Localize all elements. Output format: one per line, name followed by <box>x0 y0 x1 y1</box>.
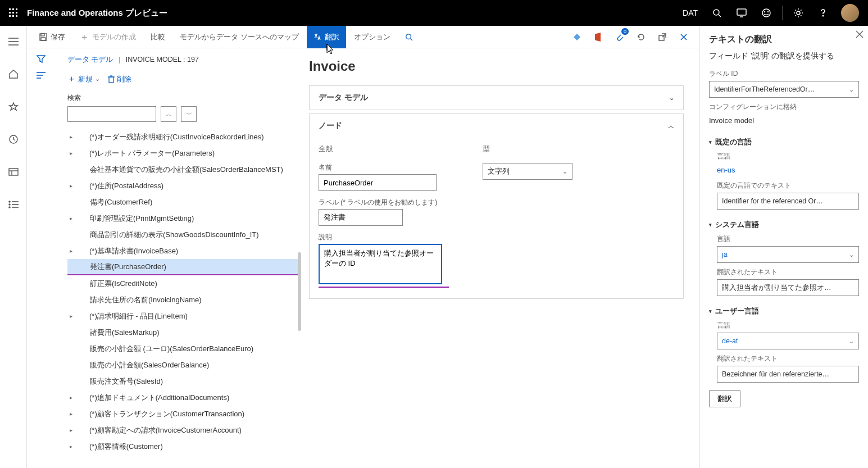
workspace-icon[interactable] <box>2 161 25 183</box>
toolbar-search-icon[interactable] <box>398 26 420 48</box>
attachment-icon[interactable]: 0 <box>610 26 630 48</box>
tree-item[interactable]: 販売の小計金額 (ユーロ)(SalesOrderBalanceEuro) <box>67 340 300 357</box>
map-model-button[interactable]: モデルからデータ ソースへのマップ <box>173 26 306 48</box>
create-model-label: モデルの作成 <box>92 32 136 42</box>
trans-text-system[interactable]: 購入担当者が割り当てた参照オ… <box>717 279 859 296</box>
home-icon[interactable] <box>2 63 25 85</box>
delete-button[interactable]: 削除 <box>108 74 131 84</box>
search-up-button[interactable]: ︿ <box>161 106 176 122</box>
svg-line-10 <box>719 15 721 17</box>
tree-item[interactable]: 請求先住所の名前(InvoicingName) <box>67 292 300 308</box>
svg-point-13 <box>762 9 770 17</box>
tree-item[interactable]: (*)顧客トランザクション(CustomerTransaction) <box>67 406 300 422</box>
tree-item[interactable]: 販売注文番号(SalesId) <box>67 373 300 389</box>
avatar[interactable] <box>841 4 859 22</box>
smile-icon[interactable] <box>755 0 778 26</box>
filter-icon[interactable] <box>37 55 46 63</box>
tree-item[interactable]: 備考(CustomerRef) <box>67 194 300 210</box>
waffle-menu[interactable] <box>4 4 22 22</box>
page-title: Invoice <box>309 58 684 74</box>
star-icon[interactable] <box>2 96 25 118</box>
tree-item-label: 会社基本通貨での販売の小計金額(SalesOrderBalanceMST) <box>90 165 283 175</box>
section-user-lang[interactable]: ユーザー言語 <box>709 306 859 316</box>
popout-icon[interactable] <box>652 26 672 48</box>
create-model-button[interactable]: ＋ モデルの作成 <box>73 26 143 48</box>
search-icon[interactable] <box>706 0 728 26</box>
tree-item-label: 備考(CustomerRef) <box>90 197 152 207</box>
clock-icon[interactable] <box>2 128 25 151</box>
tree-item[interactable]: (*)顧客勘定への請求(InvoiceCustomerAccount) <box>67 422 300 438</box>
section-default-lang[interactable]: 既定の言語 <box>709 137 859 147</box>
section-system-lang[interactable]: システム言語 <box>709 220 859 230</box>
tree-item[interactable]: (*)レポート パラメーター(Parameters) <box>67 145 300 161</box>
translate-action-button[interactable]: 翻訳 <box>709 390 740 407</box>
compare-button[interactable]: 比較 <box>144 26 172 48</box>
close-icon[interactable] <box>674 26 694 48</box>
tree-item[interactable]: 印刷管理設定(PrintMgmtSetting) <box>67 210 300 226</box>
modules-icon[interactable] <box>2 193 25 216</box>
monitor-icon[interactable] <box>730 0 753 26</box>
lang-user-select[interactable]: de-at ⌄ <box>717 333 859 349</box>
card-node-header[interactable]: ノード ︿ <box>310 114 683 138</box>
translate-button[interactable]: 翻訳 <box>307 26 346 48</box>
save-button[interactable]: 保存 <box>33 26 72 48</box>
svg-rect-33 <box>41 38 46 40</box>
search-input[interactable] <box>67 106 156 122</box>
tree-item[interactable]: (*)基準請求書(InvoiceBase) <box>67 243 300 259</box>
name-input[interactable] <box>319 174 437 191</box>
scrollbar[interactable] <box>298 252 301 331</box>
type-select[interactable]: 文字列 ⌄ <box>483 163 572 180</box>
tree-item[interactable]: (*)追加ドキュメント(AdditionalDocuments) <box>67 389 300 406</box>
tree-item-label: 発注書(PurchaseOrder) <box>90 262 166 272</box>
tree-item-label: 諸費用(SalesMarkup) <box>90 328 160 338</box>
chevron-down-icon: ⌄ <box>669 94 674 102</box>
tree-item[interactable]: 諸費用(SalesMarkup) <box>67 324 300 340</box>
option-button[interactable]: オプション <box>347 26 397 48</box>
chevron-up-icon: ︿ <box>668 122 674 130</box>
refresh-icon[interactable] <box>631 26 651 48</box>
tree[interactable]: (*)オーダー残請求明細行(CustInvoiceBackorderLines)… <box>67 129 302 455</box>
tree-item[interactable]: (*)請求明細行 - 品目(LineItem) <box>67 308 300 324</box>
section-type: 型 <box>483 144 572 154</box>
tree-item[interactable]: 会社基本通貨での販売の小計金額(SalesOrderBalanceMST) <box>67 161 300 178</box>
card-datamodel-header[interactable]: データ モデル ⌄ <box>310 86 683 110</box>
default-text-label: 既定の言語でのテキスト <box>717 181 859 190</box>
svg-rect-1 <box>12 8 14 10</box>
tree-item[interactable]: 販売の小計金額(SalesOrderBalance) <box>67 357 300 373</box>
tree-item-label: (*)顧客勘定への請求(InvoiceCustomerAccount) <box>89 425 242 435</box>
tree-item[interactable]: 商品割引の詳細の表示(ShowGoodsDiscountInfo_IT) <box>67 226 300 243</box>
hamburger-icon[interactable] <box>2 30 25 53</box>
tree-item[interactable]: (*)住所(PostalAddress) <box>67 178 300 194</box>
lang-label-3: 言語 <box>717 321 859 330</box>
gear-icon[interactable] <box>787 0 810 26</box>
svg-rect-11 <box>737 9 746 15</box>
label-input[interactable] <box>319 209 403 226</box>
diamond-icon[interactable] <box>567 26 587 48</box>
office-icon[interactable] <box>588 26 608 48</box>
search-label: 検索 <box>67 93 302 103</box>
new-button[interactable]: ＋新規⌄ <box>67 74 100 84</box>
breadcrumb-link[interactable]: データ モデル <box>67 56 113 63</box>
default-text-input[interactable]: Identifier for the referenced Or… <box>717 193 859 210</box>
search-down-button[interactable]: ﹀ <box>181 106 197 122</box>
panel-close-icon[interactable] <box>856 30 864 38</box>
company-code[interactable]: DAT <box>677 8 703 17</box>
delete-label: 削除 <box>117 74 131 84</box>
tree-item[interactable]: 訂正票(IsCreditNote) <box>67 275 300 292</box>
card-datamodel-title: データ モデル <box>319 93 368 103</box>
tree-item[interactable]: 発注書(PurchaseOrder) <box>67 259 300 275</box>
svg-point-17 <box>822 15 824 16</box>
app-title: Finance and Operations プレビュー <box>27 8 167 19</box>
trans-text-user[interactable]: Bezeichner für den referenzierte… <box>717 366 859 383</box>
svg-rect-0 <box>9 8 11 10</box>
svg-point-25 <box>9 201 10 202</box>
lang-default[interactable]: en-us <box>717 163 859 176</box>
labelid-select[interactable]: IdentifierForTheReferencedOr… ⌄ <box>709 81 859 98</box>
tree-item[interactable]: (*)オーダー残請求明細行(CustInvoiceBackorderLines) <box>67 129 300 145</box>
tree-item-label: (*)請求明細行 - 品目(LineItem) <box>89 311 188 321</box>
lines-icon[interactable] <box>37 72 46 79</box>
lang-system-select[interactable]: ja ⌄ <box>717 246 859 263</box>
help-icon[interactable] <box>812 0 834 26</box>
desc-input[interactable] <box>319 244 442 284</box>
tree-item[interactable]: (*)顧客情報(Customer) <box>67 438 300 455</box>
